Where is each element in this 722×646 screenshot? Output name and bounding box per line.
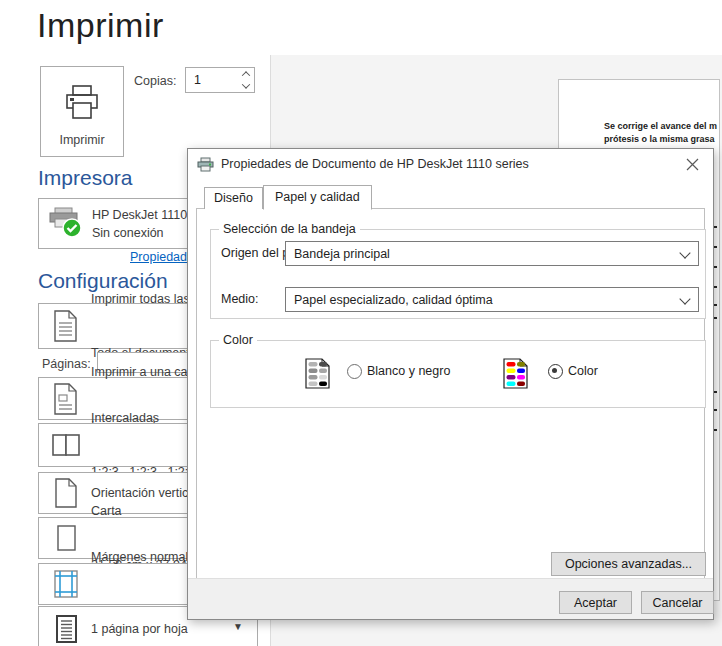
tray-selection-group: Selección de la bandeja Origen del papel… [210, 229, 706, 319]
radio-blanco-y-negro-label[interactable]: Blanco y negro [367, 364, 450, 378]
chevron-down-icon [679, 247, 690, 258]
margins-icon [51, 569, 81, 599]
paper-source-select[interactable]: Bandeja principal [285, 241, 699, 266]
grayscale-swatch-icon [305, 358, 330, 392]
color-swatch-icon [503, 358, 528, 392]
setting-line-1: Márgenes normale [91, 548, 197, 566]
printer-icon [62, 83, 102, 127]
media-label: Medio: [221, 292, 259, 306]
cancel-button[interactable]: Cancelar [641, 591, 714, 614]
dialog-titlebar: Propiedades de Documento de HP DeskJet 1… [188, 149, 713, 179]
page-title: Imprimir [37, 6, 164, 45]
printer-status-icon [46, 204, 86, 244]
copies-input[interactable] [186, 68, 238, 92]
paper-size-icon [51, 523, 81, 553]
media-select[interactable]: Papel especializado, calidad óptima [285, 287, 699, 312]
radio-blanco-y-negro[interactable] [347, 364, 362, 379]
radio-color-label[interactable]: Color [568, 364, 598, 378]
tray-group-legend: Selección de la bandeja [219, 222, 360, 236]
advanced-options-button[interactable]: Opciones avanzadas... [551, 552, 706, 576]
color-group-legend: Color [219, 333, 257, 347]
setting-line-1: Intercaladas [91, 409, 195, 427]
print-one-sided-icon [51, 383, 81, 415]
paper-source-value: Bandeja principal [294, 247, 390, 261]
setting-line-1: Imprimir todas las [91, 290, 190, 308]
copies-decrement-button[interactable] [238, 80, 254, 92]
radio-color[interactable] [548, 364, 563, 379]
dialog-tabs: Diseño Papel y calidad [204, 186, 372, 209]
tab-diseno[interactable]: Diseño [204, 187, 263, 209]
dialog-footer: Aceptar Cancelar [188, 578, 713, 619]
dialog-title: Propiedades de Documento de HP DeskJet 1… [221, 157, 529, 171]
setting-line-1: 1 página por hoja [91, 620, 188, 638]
preview-line-1: Se corrige el avance del m [604, 120, 720, 133]
close-icon[interactable] [671, 149, 713, 179]
preview-document-text: Se corrige el avance del m prótesis o la… [604, 120, 720, 146]
chevron-down-icon [242, 80, 250, 88]
tab-page-papel-y-calidad: Selección de la bandeja Origen del papel… [196, 208, 705, 580]
dropdown-arrow-icon: ▼ [233, 621, 243, 632]
color-group: Color Blanco y negro [210, 340, 706, 408]
collated-icon [51, 432, 81, 458]
preview-line-2: prótesis o la misma grasa [604, 133, 720, 146]
copies-stepper [185, 67, 255, 93]
printer-section-heading: Impresora [38, 166, 133, 190]
print-all-pages-icon [51, 310, 81, 342]
chevron-down-icon [679, 293, 690, 304]
copies-label: Copias: [134, 74, 176, 88]
accept-button[interactable]: Aceptar [559, 591, 632, 614]
dialog-printer-icon [197, 157, 214, 175]
print-button[interactable]: Imprimir [40, 66, 124, 157]
pages-label: Páginas: [42, 357, 91, 371]
media-value: Papel especializado, calidad óptima [294, 293, 493, 307]
pages-per-sheet-icon [51, 614, 81, 644]
portrait-orientation-icon [51, 478, 81, 508]
print-button-label: Imprimir [59, 133, 104, 147]
chevron-up-icon [242, 71, 250, 79]
printer-properties-dialog: Propiedades de Documento de HP DeskJet 1… [187, 148, 714, 620]
copies-increment-button[interactable] [238, 68, 254, 80]
tab-papel-y-calidad[interactable]: Papel y calidad [263, 185, 372, 210]
